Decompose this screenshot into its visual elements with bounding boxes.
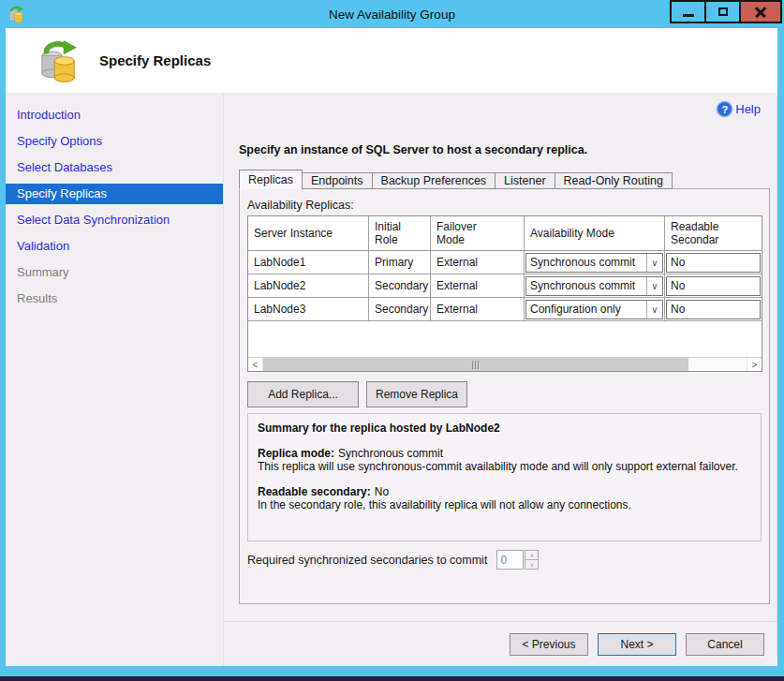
tab-read-only-routing[interactable]: Read-Only Routing (555, 172, 673, 189)
sidebar-item-results: Results (6, 289, 223, 309)
availability-mode-select[interactable]: Configuration only (525, 300, 663, 319)
server-instance-cell[interactable]: LabNode1 (248, 251, 369, 274)
availability-replicas-grid: Server Instance Initial Role Failover Mo… (247, 215, 762, 372)
readable-secondary-cell: No (665, 251, 762, 274)
content-panel: ? Help Specify an instance of SQL Server… (223, 94, 777, 666)
window-title: New Availability Group (0, 7, 784, 22)
commit-spinner[interactable]: 0 (496, 550, 539, 570)
server-instance-cell[interactable]: LabNode2 (248, 274, 369, 297)
readable-secondary-select[interactable]: No (666, 276, 761, 296)
previous-button[interactable]: < Previous (510, 633, 588, 656)
minimize-button[interactable] (670, 0, 706, 23)
failover-mode-cell[interactable]: External (431, 251, 525, 274)
add-replica-button[interactable]: Add Replica... (247, 381, 359, 407)
window-frame: New Availability Group Specify Replicas (0, 0, 784, 681)
server-instance-cell[interactable]: LabNode3 (248, 298, 369, 320)
help-button[interactable]: ? Help (717, 102, 761, 116)
grid-empty-area (248, 321, 762, 357)
tab-listener[interactable]: Listener (495, 172, 555, 189)
readable-secondary-select[interactable]: No (666, 253, 761, 273)
readable-secondary-label: Readable secondary: (258, 485, 371, 498)
column-header-failover-mode: Failover Mode (431, 216, 525, 250)
readable-secondary-description: In the secondary role, this availability… (258, 498, 751, 511)
availability-mode-cell: Configuration only (525, 298, 665, 320)
sidebar-item-validation[interactable]: Validation (6, 236, 223, 257)
help-icon: ? (717, 102, 732, 116)
maximize-button[interactable] (704, 0, 741, 23)
wizard-dialog: Specify Replicas Introduction Specify Op… (6, 28, 777, 666)
replica-mode-value: Synchronous commit (338, 447, 443, 460)
titlebar: New Availability Group (0, 0, 784, 28)
failover-mode-cell[interactable]: External (431, 298, 525, 320)
cancel-button[interactable]: Cancel (686, 633, 764, 656)
column-header-readable-secondary: Readable Secondar (665, 216, 762, 250)
window-bottom-edge (0, 676, 784, 681)
column-header-initial-role: Initial Role (369, 216, 431, 250)
availability-mode-select[interactable]: Synchronous commit (525, 253, 663, 273)
chevron-down-icon[interactable] (646, 277, 662, 295)
replicas-database-icon (39, 39, 79, 82)
next-button[interactable]: Next > (598, 633, 676, 656)
wizard-footer: < Previous Next > Cancel (224, 621, 777, 666)
column-header-server-instance: Server Instance (248, 216, 369, 250)
chevron-down-icon[interactable] (646, 254, 662, 272)
grid-header-row: Server Instance Initial Role Failover Mo… (248, 216, 762, 251)
scrollbar-track[interactable] (263, 358, 747, 371)
scroll-right-button[interactable] (747, 358, 762, 371)
replica-mode-label: Replica mode: (258, 447, 334, 460)
tab-backup-preferences[interactable]: Backup Preferences (372, 172, 496, 189)
replica-mode-description: This replica will use synchronous-commit… (258, 460, 751, 473)
availability-mode-cell: Synchronous commit (525, 274, 665, 297)
tab-endpoints[interactable]: Endpoints (302, 172, 373, 189)
help-label: Help (735, 102, 761, 116)
sidebar-item-introduction[interactable]: Introduction (6, 105, 223, 126)
column-header-availability-mode: Availability Mode (525, 216, 665, 250)
scroll-left-button[interactable] (248, 358, 263, 371)
availability-mode-cell: Synchronous commit (525, 251, 665, 274)
table-row[interactable]: LabNode3 Secondary External Configuratio… (248, 298, 762, 321)
tab-replicas[interactable]: Replicas (239, 170, 303, 189)
initial-role-cell[interactable]: Secondary (369, 274, 431, 297)
scrollbar-grip-icon (472, 361, 480, 369)
sidebar: Introduction Specify Options Select Data… (6, 94, 223, 666)
chevron-down-icon[interactable] (646, 301, 662, 318)
replicas-tab-page: Availability Replicas: Server Instance I… (239, 188, 770, 604)
readable-secondary-value: No (375, 485, 389, 498)
sidebar-item-select-databases[interactable]: Select Databases (6, 157, 223, 178)
sidebar-item-specify-options[interactable]: Specify Options (6, 131, 223, 152)
scrollbar-thumb[interactable] (263, 358, 688, 371)
sidebar-item-select-data-synchronization[interactable]: Select Data Synchronization (6, 210, 223, 230)
failover-mode-cell[interactable]: External (431, 274, 525, 297)
commit-secondaries-label: Required synchronized secondaries to com… (247, 554, 487, 567)
close-button[interactable] (739, 0, 782, 23)
summary-title: Summary for the replica hosted by LabNod… (258, 422, 751, 435)
initial-role-cell[interactable]: Primary (369, 251, 431, 274)
minimize-icon (683, 14, 694, 17)
remove-replica-button[interactable]: Remove Replica (366, 381, 467, 407)
readable-secondary-cell: No (665, 298, 762, 320)
availability-mode-select[interactable]: Synchronous commit (525, 276, 663, 296)
table-row[interactable]: LabNode2 Secondary External Synchronous … (248, 274, 762, 298)
spinner-down-button[interactable] (525, 559, 539, 570)
horizontal-scrollbar[interactable] (248, 357, 762, 371)
commit-spinner-value[interactable]: 0 (496, 550, 524, 570)
maximize-icon (718, 7, 728, 16)
wizard-header: Specify Replicas (6, 28, 777, 94)
summary-panel: Summary for the replica hosted by LabNod… (247, 413, 762, 541)
initial-role-cell[interactable]: Secondary (369, 298, 431, 320)
readable-secondary-select[interactable]: No (666, 300, 761, 319)
table-row[interactable]: LabNode1 Primary External Synchronous co… (248, 251, 762, 274)
sidebar-item-summary: Summary (6, 262, 223, 283)
instruction-text: Specify an instance of SQL Server to hos… (239, 143, 777, 156)
readable-secondary-cell: No (665, 274, 762, 297)
availability-replicas-label: Availability Replicas: (247, 199, 762, 212)
tab-strip: Replicas Endpoints Backup Preferences Li… (239, 170, 777, 189)
sidebar-item-specify-replicas[interactable]: Specify Replicas (6, 184, 223, 204)
page-title: Specify Replicas (99, 52, 211, 68)
